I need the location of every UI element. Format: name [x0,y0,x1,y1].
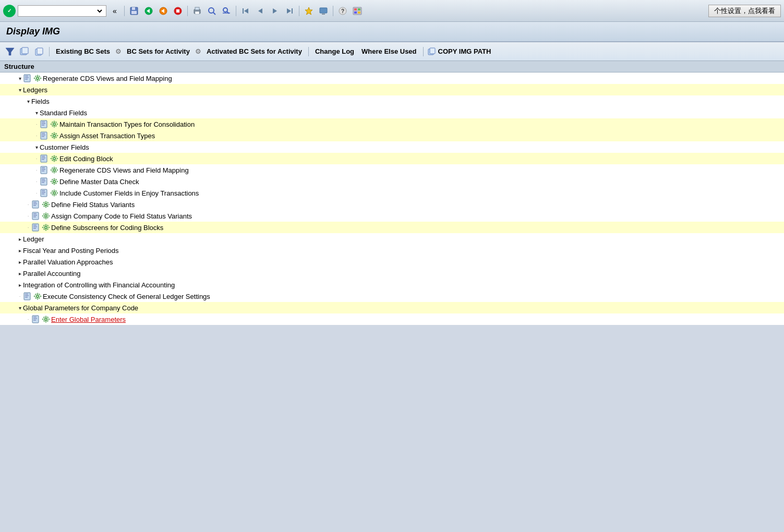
tree-row[interactable]: · Define Subscreens for Coding Blocks [0,222,784,233]
svg-rect-174 [42,227,44,227]
tree-row[interactable]: ▸Parallel Valuation Approaches [0,256,784,268]
tree-row[interactable]: · Maintain Transaction Types for Consoli… [0,118,784,130]
tree-toggle[interactable]: ▾ [17,305,23,311]
tree-row[interactable]: ▸Ledger [0,233,784,245]
favorites-button[interactable] [303,5,315,17]
tree-row[interactable]: · Edit Coding Block [0,153,784,164]
svg-rect-145 [45,207,46,208]
back-button[interactable] [142,5,155,17]
tree-toggle[interactable]: ▸ [17,236,23,242]
svg-rect-81 [52,137,53,138]
filter-icon[interactable] [4,46,16,57]
svg-rect-195 [33,317,37,318]
svg-rect-141 [33,205,36,206]
tree-row[interactable]: ▸Integration of Controlling with Financi… [0,279,784,291]
find-all-button[interactable] [220,5,233,17]
tree-label[interactable]: Parallel Valuation Approaches [23,258,113,266]
tree-toggle[interactable]: ▾ [33,110,40,116]
tree-label[interactable]: Ledgers [23,86,47,94]
tree-row[interactable]: · Include Customer Fields in Enjoy Trans… [0,187,784,199]
svg-rect-197 [33,320,36,321]
first-button[interactable] [239,5,252,17]
tree-toggle[interactable]: ▾ [17,87,23,93]
svg-rect-135 [55,194,57,196]
tree-row[interactable]: · Define Master Data Check [0,176,784,187]
tree-toggle[interactable]: ▸ [17,282,23,288]
tree-toggle[interactable]: ▾ [33,144,40,150]
display-button[interactable] [317,5,330,17]
tree-row[interactable]: ▸Parallel Accounting [0,268,784,279]
tree-label: Include Customer Fields in Enjoy Transac… [59,189,199,197]
doc-icon [40,166,49,174]
activated-bc-sets-link[interactable]: Activated BC Sets for Activity [204,46,304,56]
tree-row[interactable]: · Execute Consistency Check of General L… [0,291,784,302]
svg-rect-31 [354,11,357,14]
svg-rect-1 [132,7,135,10]
svg-rect-126 [42,192,45,193]
tree-label[interactable]: Standard Fields [40,109,87,117]
tree-dot: · [33,191,40,196]
prev-button[interactable] [157,5,170,17]
find-button[interactable] [206,5,218,17]
tree-row[interactable]: ▾Customer Fields [0,141,784,153]
tree-row[interactable]: ▾Global Parameters for Company Code [0,302,784,313]
svg-rect-161 [48,215,50,216]
tree-label[interactable]: Parallel Accounting [23,270,81,277]
tree-row[interactable]: ▾Fields [0,95,784,107]
existing-bc-sets-link[interactable]: Existing BC Sets [54,46,112,56]
doc-icon [23,292,32,300]
svg-point-59 [54,124,55,125]
next-page-button[interactable] [269,5,281,17]
svg-rect-78 [52,133,53,135]
tree-row[interactable]: · Define Field Status Variants [0,199,784,210]
tree-label[interactable]: Fiscal Year and Posting Periods [23,247,119,255]
tree-row[interactable]: · Regenerate CDS Views and Field Mapping [0,164,784,176]
svg-rect-62 [51,124,52,124]
tree-toggle[interactable]: ▾ [25,99,31,104]
last-button[interactable] [283,5,296,17]
tree-toggle[interactable]: ▸ [17,248,23,253]
tree-row[interactable]: · Enter Global Parameters [0,313,784,325]
tree-label[interactable]: Customer Fields [40,143,89,151]
svg-rect-149 [47,205,49,207]
tree-row[interactable]: ▸Fiscal Year and Posting Periods [0,245,784,256]
customize-button[interactable] [351,5,364,17]
nav-select[interactable] [20,7,104,15]
personalize-button[interactable]: 个性设置，点我看看 [708,5,781,17]
tree-row[interactable]: · Assign Asset Transaction Types [0,130,784,141]
save-button[interactable] [128,5,140,17]
tree-label[interactable]: Fields [31,98,50,105]
help-button[interactable]: ? [336,5,349,17]
tree-label[interactable]: Global Parameters for Company Code [23,304,138,312]
tree-row[interactable]: ▾Standard Fields [0,107,784,118]
change-log-link[interactable]: Change Log [313,46,356,56]
svg-rect-42 [25,77,29,78]
svg-rect-202 [42,319,44,319]
tree-toggle[interactable]: ▾ [17,76,23,81]
where-else-used-link[interactable]: Where Else Used [359,46,419,56]
gear-icon [50,189,58,197]
nav-dropdown[interactable] [18,5,106,17]
svg-rect-146 [42,204,44,204]
print-button[interactable] [191,5,203,17]
bc-set-icon[interactable] [19,46,30,57]
svg-rect-77 [56,135,58,136]
tree-row[interactable]: ▾ Regenerate CDS Views and Field Mapping [0,72,784,84]
tree-toggle[interactable]: ▸ [17,259,23,265]
tree-label[interactable]: Ledger [23,235,44,243]
tree-label[interactable]: Integration of Controlling with Financia… [23,281,175,289]
tree-row[interactable]: · Assign Company Code to Field Status Va… [0,210,784,222]
svg-rect-67 [52,125,53,127]
prev-page-button[interactable] [254,5,267,17]
svg-point-12 [209,8,214,13]
tree-row[interactable]: ▾Ledgers [0,84,784,95]
stop-button[interactable] [172,5,184,17]
bc-sets-activity-link[interactable]: BC Sets for Activity [125,46,192,56]
copy-icon[interactable] [33,46,45,57]
svg-rect-64 [52,122,53,123]
back-back-button[interactable]: « [108,5,121,17]
tree-toggle[interactable]: ▸ [17,271,23,276]
tree-dot: · [33,179,40,184]
svg-rect-66 [55,122,57,123]
copy-img-path-button[interactable]: COPY IMG PATH [428,47,491,56]
